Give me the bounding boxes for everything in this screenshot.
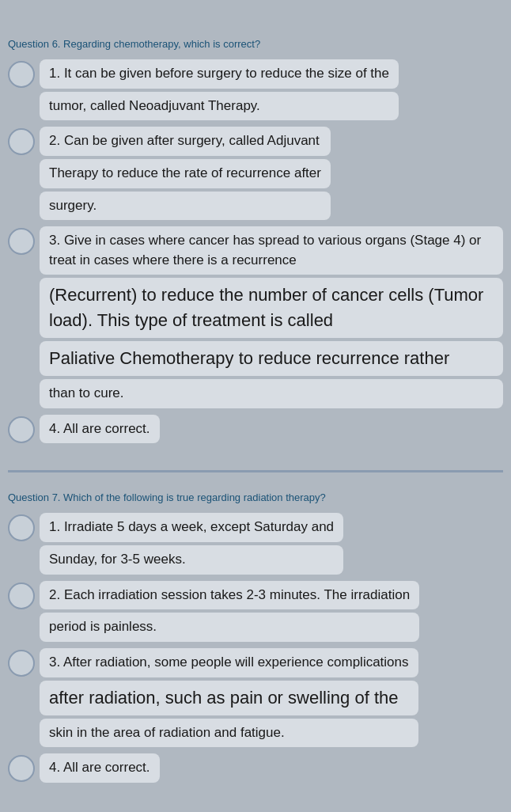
radio-q6a1[interactable] bbox=[8, 61, 35, 88]
radio-q6a2[interactable] bbox=[8, 128, 35, 155]
answer-q6a3-line4: than to cure. bbox=[40, 379, 503, 408]
answer-q7a3-line3: skin in the area of radiation and fatigu… bbox=[40, 719, 418, 748]
question-6-label[interactable]: Question 6. Regarding chemotherapy, whic… bbox=[0, 32, 511, 56]
list-item: 1. Irradiate 5 days a week, except Satur… bbox=[8, 513, 503, 574]
list-item: 2. Each irradiation session takes 2-3 mi… bbox=[8, 581, 503, 642]
list-item: 4. All are correct. bbox=[8, 753, 503, 783]
question-6-answers: 1. It can be given before surgery to red… bbox=[0, 56, 511, 457]
question-7-label[interactable]: Question 7. Which of the following is tr… bbox=[0, 485, 511, 510]
answer-q7a2-text: 2. Each irradiation session takes 2-3 mi… bbox=[40, 581, 419, 642]
answer-q6a2-line3: surgery. bbox=[40, 192, 331, 221]
answer-q6a3-text: 3. Give in cases where cancer has spread… bbox=[40, 226, 503, 408]
answer-q6a3-line2: (Recurrent) to reduce the number of canc… bbox=[40, 278, 503, 338]
radio-q7a2[interactable] bbox=[8, 582, 35, 609]
list-item: 2. Can be given after surgery, called Ad… bbox=[8, 127, 503, 220]
answer-q7a1-line2: Sunday, for 3-5 weeks. bbox=[40, 545, 343, 575]
answer-q7a3-line2: after radiation, such as pain or swellin… bbox=[40, 681, 418, 715]
answer-q6a4-line1: 4. All are correct. bbox=[40, 415, 160, 444]
answer-q6a4-text: 4. All are correct. bbox=[40, 415, 160, 444]
top-image-area bbox=[0, 0, 511, 24]
list-item: 1. It can be given before surgery to red… bbox=[8, 59, 503, 120]
answer-q7a2-line1: 2. Each irradiation session takes 2-3 mi… bbox=[40, 581, 419, 610]
radio-q7a3[interactable] bbox=[8, 650, 35, 677]
answer-q7a1-line1: 1. Irradiate 5 days a week, except Satur… bbox=[40, 513, 343, 542]
answer-q6a2-text: 2. Can be given after surgery, called Ad… bbox=[40, 127, 331, 220]
radio-q6a3[interactable] bbox=[8, 228, 35, 255]
answer-q6a1-text: 1. It can be given before surgery to red… bbox=[40, 59, 399, 120]
answer-q7a1-text: 1. Irradiate 5 days a week, except Satur… bbox=[40, 513, 343, 574]
question-7-answers: 1. Irradiate 5 days a week, except Satur… bbox=[0, 510, 511, 796]
list-item: 4. All are correct. bbox=[8, 415, 503, 444]
list-item: 3. After radiation, some people will exp… bbox=[8, 648, 503, 747]
answer-q7a4-line1: 4. All are correct. bbox=[40, 753, 160, 783]
answer-q7a3-line1: 3. After radiation, some people will exp… bbox=[40, 648, 418, 677]
answer-q6a3-line3: Paliative Chemotherapy to reduce recurre… bbox=[40, 341, 503, 376]
page-container: Question 6. Regarding chemotherapy, whic… bbox=[0, 0, 511, 805]
answer-q6a3-line1: 3. Give in cases where cancer has spread… bbox=[40, 226, 503, 275]
answer-q6a1-line1: 1. It can be given before surgery to red… bbox=[40, 59, 399, 89]
answer-q7a2-line2: period is painless. bbox=[40, 613, 419, 642]
question-6-section: Question 6. Regarding chemotherapy, whic… bbox=[0, 24, 511, 465]
list-item: 3. Give in cases where cancer has spread… bbox=[8, 226, 503, 408]
question-7-section: Question 7. Which of the following is tr… bbox=[0, 477, 511, 804]
answer-q7a3-text: 3. After radiation, some people will exp… bbox=[40, 648, 418, 747]
radio-q7a4[interactable] bbox=[8, 755, 35, 782]
section-divider bbox=[8, 470, 503, 472]
answer-q6a1-line2: tumor, called Neoadjuvant Therapy. bbox=[40, 92, 399, 121]
answer-q6a2-line2: Therapy to reduce the rate of recurrence… bbox=[40, 159, 331, 188]
radio-q7a1[interactable] bbox=[8, 514, 35, 541]
answer-q6a2-line1: 2. Can be given after surgery, called Ad… bbox=[40, 127, 331, 156]
radio-q6a4[interactable] bbox=[8, 416, 35, 443]
answer-q7a4-text: 4. All are correct. bbox=[40, 753, 160, 783]
